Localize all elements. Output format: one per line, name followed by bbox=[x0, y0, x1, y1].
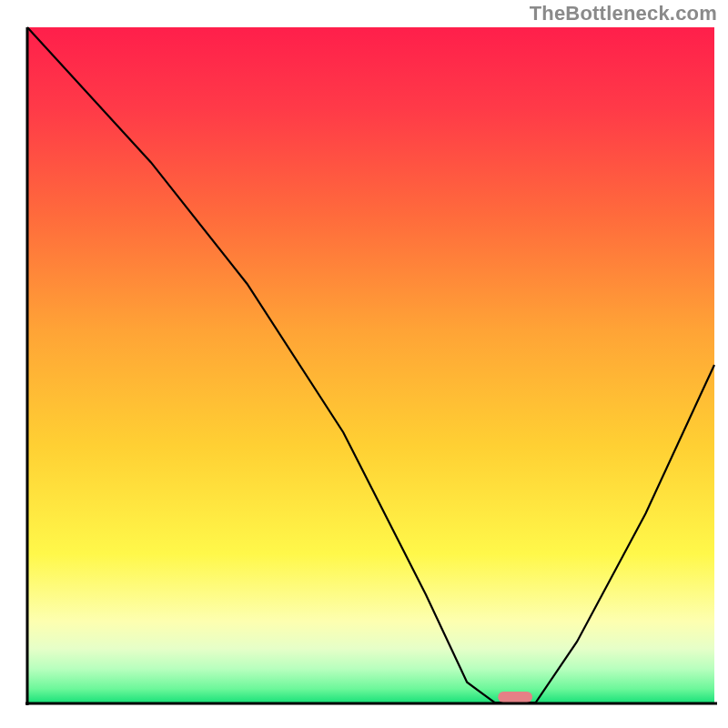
gradient-background bbox=[27, 27, 714, 703]
chart-container: TheBottleneck.com bbox=[0, 0, 728, 728]
plot-area bbox=[27, 27, 714, 703]
bottleneck-chart bbox=[0, 0, 728, 728]
watermark-text: TheBottleneck.com bbox=[530, 2, 717, 25]
optimum-marker bbox=[498, 692, 532, 703]
